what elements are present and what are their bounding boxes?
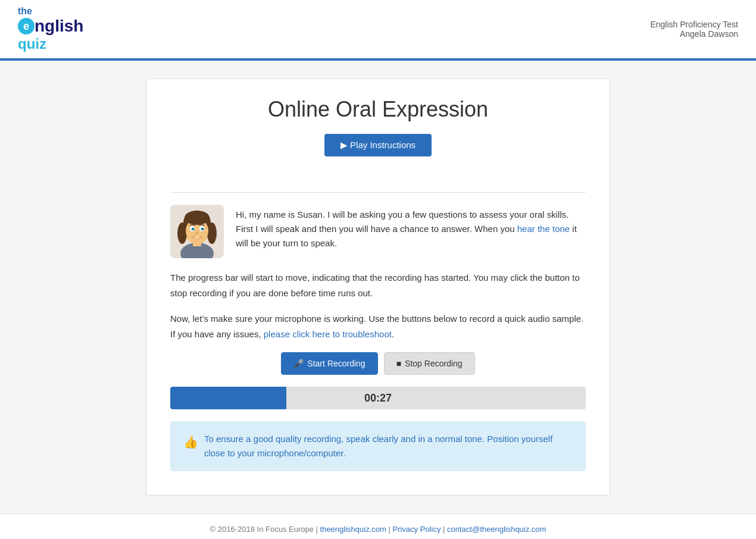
divider-top — [170, 192, 586, 193]
troubleshoot-link[interactable]: please click here to troubleshoot — [264, 329, 392, 339]
avatar-section: Hi, my name is Susan. I will be asking y… — [170, 205, 586, 258]
footer: © 2016-2018 In Focus Europe | theenglish… — [0, 513, 756, 539]
mic-icon: 🎤 — [293, 359, 304, 368]
svg-point-13 — [202, 228, 204, 230]
tip-text: To ensure a good quality recording, spea… — [204, 432, 573, 460]
progress-time: 00:27 — [364, 392, 392, 405]
info-paragraph-2: Now, let’s make sure your microphone is … — [170, 311, 586, 341]
logo-english: nglish — [35, 17, 83, 36]
footer-contact-link[interactable]: contact@theenglishquiz.com — [447, 525, 546, 534]
footer-sep2: | — [443, 525, 447, 534]
avatar-text: Hi, my name is Susan. I will be asking y… — [236, 205, 586, 250]
header-user: Angela Dawson — [650, 29, 738, 39]
paragraph-2-after: . — [392, 329, 394, 339]
info-paragraph-1: The progress bar will start to move, ind… — [170, 270, 586, 300]
footer-site-link[interactable]: theenglishquiz.com — [320, 525, 386, 534]
svg-point-6 — [207, 223, 217, 244]
header-title: English Proficiency Test — [650, 20, 738, 29]
stop-recording-button[interactable]: ■ Stop Recording — [384, 352, 475, 375]
logo-e-circle: e — [18, 18, 35, 35]
stop-icon: ■ — [396, 359, 401, 368]
header: the english quiz English Proficiency Tes… — [0, 0, 756, 61]
avatar-image — [170, 205, 224, 258]
paragraph-1-text: The progress bar will start to move, ind… — [170, 272, 580, 298]
tip-box: 👍 To ensure a good quality recording, sp… — [170, 421, 586, 471]
footer-copyright: © 2016-2018 In Focus Europe | — [210, 525, 318, 534]
page-title: Online Oral Expression — [170, 97, 586, 122]
card: Online Oral Expression ▶ Play Instructio… — [146, 79, 610, 496]
header-right: English Proficiency Test Angela Dawson — [650, 20, 738, 39]
svg-point-5 — [177, 223, 187, 244]
stop-recording-label: Stop Recording — [405, 359, 463, 368]
svg-point-14 — [196, 232, 199, 234]
logo-quiz: quiz — [18, 36, 46, 52]
svg-point-12 — [193, 228, 194, 230]
footer-privacy-link[interactable]: Privacy Policy — [392, 525, 441, 534]
logo-the: the — [18, 6, 32, 17]
progress-fill — [170, 387, 286, 409]
recording-buttons: 🎤 Start Recording ■ Stop Recording — [170, 352, 586, 375]
start-recording-label: Start Recording — [307, 359, 365, 368]
progress-bar-container: 00:27 — [170, 387, 586, 409]
play-instructions-button[interactable]: ▶ Play Instructions — [324, 134, 432, 156]
logo: the english quiz — [18, 6, 83, 52]
hear-tone-link[interactable]: hear the tone — [517, 224, 570, 234]
main-content: Online Oral Expression ▶ Play Instructio… — [0, 61, 756, 513]
tip-icon: 👍 — [183, 433, 198, 452]
start-recording-button[interactable]: 🎤 Start Recording — [281, 352, 377, 375]
